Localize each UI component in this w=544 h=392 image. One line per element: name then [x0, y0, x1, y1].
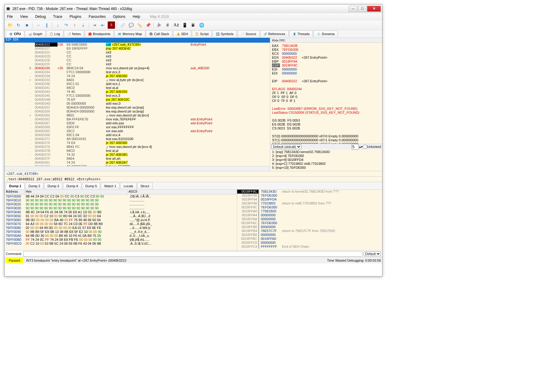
close-button[interactable] [367, 6, 381, 12]
command-mode-select[interactable]: Default [364, 251, 381, 256]
hash-icon[interactable]: # [164, 21, 171, 29]
step-into-icon[interactable]: ↓ [54, 21, 61, 29]
dump-row[interactable]: 76FF00608B0D00000000BA4000FF768948895004… [6, 218, 236, 222]
tab-breakpoints[interactable]: 🔴 Breakpoints [85, 31, 114, 37]
dump-row[interactable]: 76FF00C000C21000538B5C2408568BF64304068B… [6, 242, 236, 246]
stack-row[interactable]: 0018FFB800000000 [237, 233, 382, 237]
disasm-row[interactable]: . 0040E0598DA424 00000000lea esp,dword p… [5, 109, 270, 113]
disasm-row[interactable]: . 0040E04184C0test al,al [5, 86, 270, 90]
stop-icon[interactable]: ■ [23, 21, 31, 29]
stack-row[interactable]: 0018FF907EFDE000 [237, 194, 382, 198]
settings-icon[interactable]: 🌐 [198, 21, 205, 29]
scylla-icon[interactable]: S [108, 21, 115, 29]
bookmark-icon[interactable]: 📌 [144, 21, 152, 29]
dump-row[interactable]: 76FF00008B442404CCC20400CC90C390CCC39090… [6, 194, 236, 198]
tab-seh[interactable]: ⚠️ SEH [173, 31, 192, 37]
disasm-row[interactable]: . 0040E04B75 EFjne 267.40E03C [5, 98, 270, 102]
dump-hdr-hex[interactable]: Hex [25, 190, 127, 194]
tab-cpu[interactable]: ⚙️ CPU [6, 31, 24, 37]
menu-options[interactable]: Options [113, 15, 125, 19]
command-input[interactable] [23, 251, 362, 256]
disasm-row[interactable]: . 0040E06C33C2xor eax,edxedx:EntryPoint [5, 129, 270, 133]
stack-arg[interactable]: 5: [esp+10] 7EFDE000 [272, 166, 380, 170]
open-icon[interactable]: 📁 [6, 21, 14, 29]
comment-icon[interactable]: 💬 [127, 21, 135, 29]
stack-row[interactable]: 0018FFA400000000 [237, 213, 382, 217]
run-icon[interactable]: → [34, 21, 42, 29]
menu-help[interactable]: Help [133, 15, 140, 19]
disasm-row[interactable]: . 0040E07F84E4test ah,ah [5, 157, 270, 161]
tab-script[interactable]: 📜 Script [192, 31, 212, 37]
dump-row[interactable]: 76FF0090008BB85FE90B13388BE85FE210000090… [6, 230, 236, 234]
step-over-icon[interactable]: ↷ [63, 21, 70, 29]
dump-row[interactable]: 76FF003090909090909090909090909090909090… [6, 206, 236, 210]
tab-struct[interactable]: Struct [137, 183, 152, 189]
menu-view[interactable]: View [20, 15, 28, 19]
step-icon[interactable]: ⇣ [80, 21, 87, 29]
disasm-row[interactable]: . 0040E0788B41 FC┌ mov eax,dword ptr ds:… [5, 145, 270, 149]
dump-row[interactable]: 76FF008002000064890D00000000EA0157E88EFE… [6, 226, 236, 230]
stack-arg[interactable]: 4: [esp+C] 77019802 ntdll.77019802 [272, 162, 380, 166]
menu-favourites[interactable]: Favourites [89, 15, 106, 19]
disasm-row[interactable]: 0040E02ECCint3 [5, 58, 270, 62]
tab-dump-4[interactable]: Dump 4 [63, 183, 81, 189]
disasm-row[interactable]: > 0040E03C8A01┌ mov al,byte ptr ds:[ecx] [5, 78, 270, 82]
disasm-row[interactable]: 0040E022<26E8 599C0000call <267.sub_417C… [5, 43, 270, 47]
disasm-row[interactable]: . 0040E07674 E8je 267.40E060 [5, 141, 270, 145]
dump-row[interactable]: 76FF001090909090909090909090909090909090… [6, 198, 236, 202]
disasm-row[interactable]: . 0040E03E83C1 01add ecx,1 [5, 82, 270, 86]
disasm-row[interactable]: . 0040E071A9 00010181test eax,81010100 [5, 137, 270, 141]
dump-row[interactable]: 76FF002090909090909090909090909090909090… [6, 202, 236, 206]
tab-memory-map[interactable]: 🗺️ Memory Map [114, 31, 145, 37]
disasm-row[interactable]: 0040E027E9 16FEFFFFjmp 267.40DE42 [5, 47, 270, 51]
pause-icon[interactable]: ‖ [43, 21, 50, 29]
disasm-row[interactable]: $ 0040E030<268B4C24 04mov ecx,dword ptr … [5, 66, 270, 70]
disasm-row[interactable]: . 0040E08174 24je 267.40E0A7 [5, 161, 270, 165]
tab-source[interactable]: 📄 Source [238, 31, 260, 37]
tab-references[interactable]: 🔗 References [260, 31, 289, 37]
tab-log[interactable]: 📋 Log [46, 31, 63, 37]
trace-over-icon[interactable]: ⇤ [99, 21, 107, 29]
dump-row[interactable]: 76FF00A0648B0D30000000B84910F6410AB87515… [6, 234, 236, 238]
stack-arg[interactable]: 1: [esp] 75B1343D kernel32.75B1343D [272, 150, 380, 154]
tab-call-stack[interactable]: 📚 Call Stack [146, 31, 172, 37]
tab-locals[interactable]: Locals [120, 183, 136, 189]
string-icon[interactable]: Aᴢ [172, 21, 180, 29]
label-icon[interactable]: 🏷️ [136, 21, 143, 29]
step-out-icon[interactable]: ↑ [71, 21, 78, 29]
stack-row[interactable]: 0018FFA0775B1B05 [237, 209, 382, 213]
unlocked-checkbox[interactable] [363, 145, 367, 149]
stack-arg[interactable]: 2: [esp+4] 7EFDE000 [272, 154, 380, 158]
disasm-row[interactable]: . 0040E04374 4Eje 267.40E093 [5, 90, 270, 94]
registers-view[interactable]: EAX 75B1342B EBX 7EFDE000ECX 00000000EDX… [270, 43, 382, 144]
calc-icon[interactable]: 🖩 [189, 21, 197, 29]
dump-hdr-address[interactable]: Address [5, 190, 25, 194]
disasm-row[interactable]: . 0040E03A74 24je 267.40E060 [5, 74, 270, 78]
function-icon[interactable]: fx [156, 21, 163, 29]
stack-row[interactable]: 0018FFC000000000 [237, 241, 382, 245]
tab-dump-2[interactable]: Dump 2 [25, 183, 44, 189]
stack-pane[interactable]: 0018FF8C75B1343Dreturn to kernel32.75B13… [237, 190, 382, 250]
disasm-row[interactable]: . 0040E06983F0 FFxor eax,FFFFFFFF [5, 125, 270, 129]
restart-icon[interactable]: ↻ [15, 21, 22, 29]
disasm-row[interactable]: 0040E02FCCint3 [5, 62, 270, 66]
stack-row[interactable]: 0018FFC4FFFFFFFFEnd of SEH Chain [237, 245, 382, 249]
arg-count-input[interactable] [352, 144, 359, 150]
maximize-button[interactable] [358, 6, 366, 12]
tab-graph[interactable]: 📊 Graph [25, 31, 46, 37]
stack-arg[interactable]: 3: [esp+8] 0018FFD4 [272, 158, 380, 162]
disasm-row[interactable]: . 0040E07D74 32je 267.40E0B1 [5, 153, 270, 157]
menu-file[interactable]: File [7, 15, 13, 19]
menu-debug[interactable]: Debug [35, 15, 46, 19]
callconv-select[interactable]: Default (stdcall) [271, 144, 301, 149]
disasm-row[interactable]: 0040E02DCCint3 [5, 54, 270, 58]
tab-snowma[interactable]: ❄️ Snowma [313, 31, 338, 37]
stack-row[interactable]: 0018FF940018FFD4 [237, 198, 382, 201]
stack-row[interactable]: 0018FFBC0018FFA0 [237, 237, 382, 241]
disasm-row[interactable]: . 0040E06E83C1 04add ecx,4 [5, 133, 270, 137]
menu-plugins[interactable]: Plugins [70, 15, 81, 19]
disasm-row[interactable]: . 0040E045F7C1 03000000test ecx,3 [5, 94, 270, 98]
titlebar[interactable]: 267.exe - PID: 738 - Module: 267.exe - T… [5, 5, 382, 13]
modules-icon[interactable]: 📱 [181, 21, 188, 29]
tab-symbols[interactable]: 🔤 Symbols [212, 31, 237, 37]
